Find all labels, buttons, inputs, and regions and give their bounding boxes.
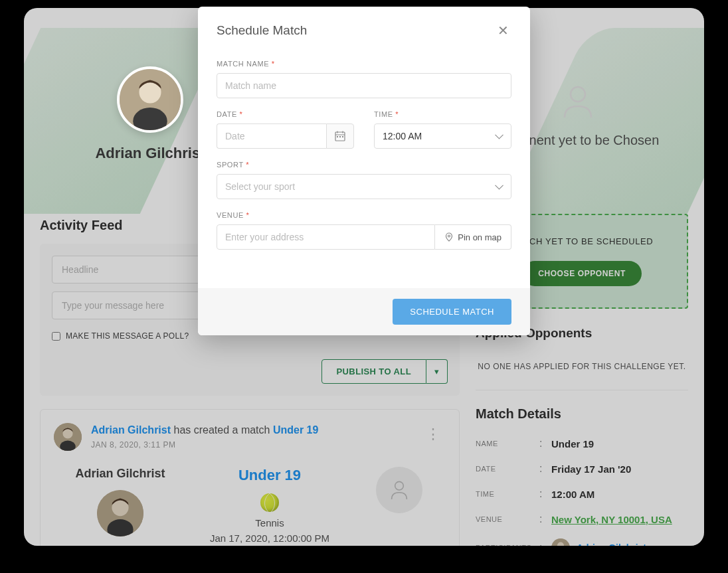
date-input[interactable] xyxy=(217,123,326,149)
opponent-placeholder-icon xyxy=(558,81,598,121)
svg-point-21 xyxy=(448,235,450,237)
svg-rect-20 xyxy=(342,136,343,137)
svg-point-3 xyxy=(571,87,585,102)
match-name-label: MATCH NAME * xyxy=(217,60,511,68)
svg-rect-19 xyxy=(339,136,341,137)
schedule-match-modal: Schedule Match ✕ MATCH NAME * DATE * TIM… xyxy=(198,7,530,335)
map-pin-icon xyxy=(444,232,454,242)
venue-input[interactable] xyxy=(217,224,435,250)
calendar-icon[interactable] xyxy=(326,123,354,149)
player-avatar xyxy=(117,66,183,133)
schedule-match-submit-button[interactable]: SCHEDULE MATCH xyxy=(393,299,511,325)
sport-label: SPORT * xyxy=(217,161,511,169)
svg-rect-18 xyxy=(337,136,338,137)
sport-select[interactable] xyxy=(217,174,511,199)
match-name-input[interactable] xyxy=(217,73,511,98)
pin-on-map-button[interactable]: Pin on map xyxy=(435,224,511,250)
time-label: TIME * xyxy=(374,110,511,118)
venue-label: VENUE * xyxy=(217,211,511,219)
modal-close-button[interactable]: ✕ xyxy=(495,20,511,41)
time-select[interactable] xyxy=(374,123,511,149)
modal-title: Schedule Match xyxy=(217,23,307,38)
date-label: DATE * xyxy=(217,110,354,118)
